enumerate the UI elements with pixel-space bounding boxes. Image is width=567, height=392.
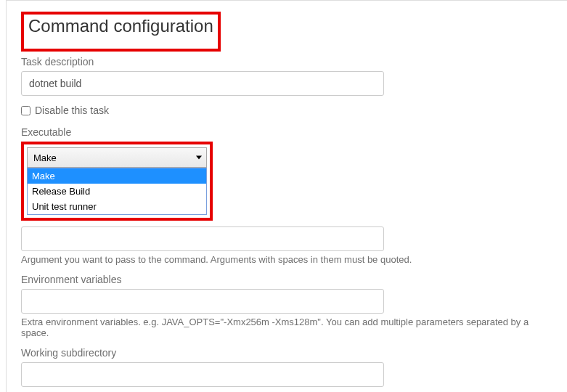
executable-option[interactable]: Make	[28, 168, 206, 184]
env-vars-input[interactable]	[21, 289, 384, 314]
task-description-input[interactable]	[21, 71, 384, 96]
working-subdir-label: Working subdirectory	[21, 347, 552, 359]
command-config-form: Command configuration Task description D…	[6, 0, 567, 392]
task-description-label: Task description	[21, 56, 552, 68]
argument-help: Argument you want to pass to the command…	[21, 254, 552, 265]
executable-option[interactable]: Unit test runner	[28, 199, 206, 214]
disable-task-label: Disable this task	[35, 105, 109, 116]
executable-label: Executable	[21, 126, 552, 138]
executable-selected-value: Make	[33, 152, 57, 163]
argument-input[interactable]	[21, 226, 384, 251]
working-subdir-input[interactable]	[21, 362, 384, 387]
env-vars-label: Environment variables	[21, 274, 552, 285]
title-highlight: Command configuration	[21, 12, 221, 52]
executable-highlight: Make Make Release Build Unit test runner	[21, 142, 213, 221]
executable-select[interactable]: Make	[27, 147, 207, 168]
disable-task-checkbox[interactable]	[21, 106, 30, 115]
page-title: Command configuration	[28, 16, 213, 36]
executable-dropdown: Make Release Build Unit test runner	[27, 168, 207, 215]
chevron-down-icon	[196, 156, 202, 160]
executable-option[interactable]: Release Build	[28, 184, 206, 199]
env-vars-help: Extra environment variables. e.g. JAVA_O…	[21, 317, 552, 338]
